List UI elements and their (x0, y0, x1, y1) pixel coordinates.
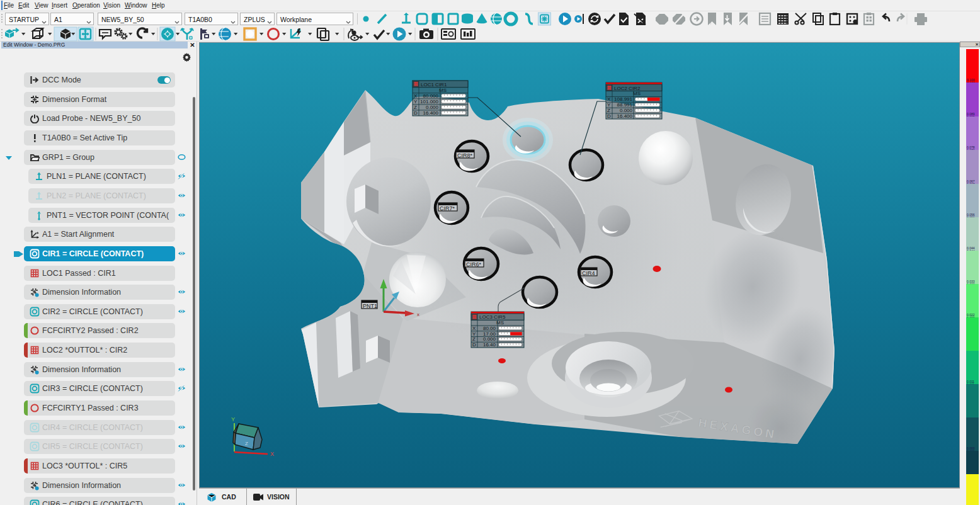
svg-text:0.000: 0.000 (620, 108, 633, 113)
svg-text:17.00: 17.00 (483, 331, 496, 337)
svg-text:101.000: 101.000 (420, 99, 438, 105)
svg-text:80.00: 80.00 (483, 326, 496, 331)
svg-text:Z: Z (472, 336, 476, 342)
svg-text:16.400: 16.400 (423, 110, 439, 116)
svg-text:D: D (414, 110, 418, 116)
svg-text:CIR6*: CIR6* (466, 261, 482, 268)
svg-text:LOC1 CIR1: LOC1 CIR1 (421, 82, 447, 88)
svg-text:LOC2 CIR2: LOC2 CIR2 (614, 86, 641, 91)
svg-text:Z: Z (607, 108, 610, 113)
svg-text:LOC3 CIR5: LOC3 CIR5 (479, 314, 506, 320)
svg-text:16.40: 16.40 (483, 342, 496, 348)
svg-text:x: x (417, 312, 419, 317)
svg-text:88.991: 88.991 (617, 102, 633, 108)
svg-text:108.991: 108.991 (614, 96, 632, 102)
svg-text:PNT1: PNT1 (363, 303, 377, 309)
svg-text:Y: Y (472, 331, 476, 337)
svg-text:X: X (472, 326, 476, 331)
svg-text:CIR7*: CIR7* (440, 205, 455, 212)
svg-text:X: X (270, 451, 274, 457)
svg-text:0.000: 0.000 (426, 105, 439, 110)
svg-text:MS: MS (633, 91, 641, 96)
svg-text:Z: Z (245, 441, 248, 446)
svg-text:0.000: 0.000 (483, 336, 496, 342)
svg-text:CIR4: CIR4 (582, 270, 595, 276)
svg-text:Y: Y (231, 416, 235, 423)
svg-text:D: D (607, 113, 611, 119)
svg-text:Y: Y (414, 99, 418, 105)
svg-text:X: X (607, 96, 611, 102)
svg-text:CIR8*: CIR8* (457, 152, 473, 159)
svg-text:Z: Z (414, 105, 417, 110)
svg-text:X: X (414, 93, 418, 99)
svg-text:16.400: 16.400 (617, 113, 633, 119)
svg-text:80.000: 80.000 (423, 93, 439, 99)
svg-text:Y: Y (607, 102, 611, 108)
svg-text:D: D (472, 342, 476, 348)
